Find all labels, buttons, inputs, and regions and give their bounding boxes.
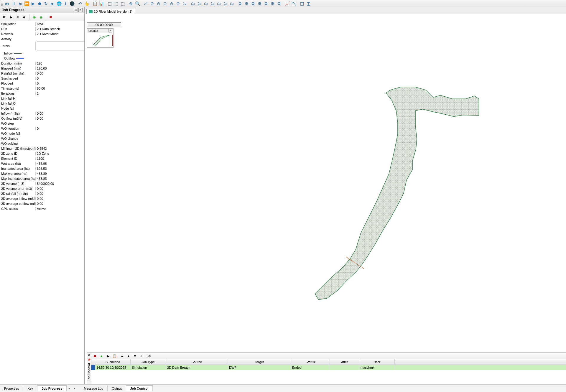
toolbar-button-13[interactable]: 📋 [92, 0, 98, 7]
panel-toolbar-button-4[interactable]: ◉ [31, 14, 37, 20]
jobctrl-tool-5[interactable]: ▲ [126, 353, 131, 359]
tab-message-log[interactable]: Message Log [80, 386, 108, 391]
jobctrl-tool-3[interactable]: 📋 [112, 353, 117, 359]
col-after[interactable]: After [330, 359, 359, 365]
prop-row: WQ step [0, 121, 84, 126]
panel-close-button[interactable]: ✕ [78, 8, 83, 12]
jobctrl-tool-2[interactable]: ▶ [105, 353, 111, 359]
toolbar-button-3[interactable]: ⏩ [23, 0, 30, 7]
col-jobtype[interactable]: Job Type [131, 359, 166, 365]
prop-row: Timestep (s)60.00 [0, 86, 84, 91]
toolbar-button-31[interactable]: 🗂 [215, 0, 222, 7]
tab-key[interactable]: Key [23, 386, 37, 391]
panel-maximize-button[interactable]: ▭ [74, 8, 78, 12]
network-icon [89, 10, 93, 13]
toolbar-button-35[interactable]: ⚙ [243, 0, 250, 7]
col-source[interactable]: Source [166, 359, 228, 365]
toolbar-button-27[interactable]: 🗂 [190, 0, 196, 7]
tab-scroll-left[interactable]: ◂ [67, 386, 72, 390]
prop-label: WQ step [0, 122, 35, 125]
toolbar-button-2[interactable]: ⏯ [17, 0, 23, 7]
prop-value: 1 [35, 92, 84, 95]
toolbar-button-16[interactable]: ⬚ [113, 0, 119, 7]
canvas[interactable]: 00 00:00:00 Locator ✕ [85, 14, 566, 384]
toolbar-button-1[interactable]: ⏸ [10, 0, 17, 7]
toolbar-button-37[interactable]: ⚙ [256, 0, 263, 7]
toolbar-button-43[interactable]: ◫ [299, 0, 305, 7]
panel-toolbar-button-0[interactable]: ✱ [1, 14, 7, 20]
toolbar-button-5[interactable]: ⏺ [36, 0, 43, 7]
toolbar-button-32[interactable]: 🗂 [222, 0, 228, 7]
col-target[interactable]: Target [228, 359, 291, 365]
tab-properties[interactable]: Properties [0, 386, 23, 391]
toolbar-button-42[interactable]: 📉 [290, 0, 297, 7]
panel-toolbar-button-1[interactable]: ▶ [8, 14, 14, 20]
job-control-pin-icon[interactable]: 📌 [87, 358, 91, 362]
panel-toolbar-button-3[interactable]: ⏭ [22, 14, 27, 20]
toolbar-button-12[interactable]: 👆 [83, 0, 90, 7]
toolbar-button-6[interactable]: ↻ [43, 0, 49, 7]
toolbar-button-4[interactable]: ▶ [30, 0, 36, 7]
toolbar-button-17[interactable]: ⬚ [119, 0, 126, 7]
toolbar-button-36[interactable]: ⚙ [250, 0, 256, 7]
prop-row: Run2D Dam Breach [0, 26, 84, 31]
toolbar-button-14[interactable]: 📊 [98, 0, 105, 7]
jobctrl-tool-6[interactable]: ▼ [132, 353, 138, 359]
jobctrl-tool-8[interactable]: 🗂 [147, 353, 152, 359]
job-control-grid[interactable]: Submitted Job Type Source Target Status … [91, 359, 566, 384]
tab-job-control[interactable]: Job Control [126, 385, 153, 391]
toolbar-button-0[interactable]: ⏮ [4, 0, 10, 7]
tab-job-progress[interactable]: Job Progress [37, 385, 67, 391]
toolbar-button-21[interactable]: ⊙ [149, 0, 155, 7]
toolbar-button-7[interactable]: ⏭ [49, 0, 56, 7]
toolbar-button-33[interactable]: 🗂 [228, 0, 235, 7]
toolbar-button-19[interactable]: 🔍 [134, 0, 141, 7]
toolbar-button-23[interactable]: ⊙ [162, 0, 168, 7]
jobctrl-tool-1[interactable]: ● [99, 353, 104, 359]
river-mesh-polygon[interactable] [315, 87, 479, 299]
tab-scroll-right[interactable]: ▸ [72, 386, 77, 390]
col-submitted[interactable]: Submitted [95, 359, 131, 365]
toolbar-button-15[interactable]: ⬚ [106, 0, 113, 7]
jobctrl-tool-7[interactable]: ⟂ [139, 353, 144, 359]
toolbar-button-24[interactable]: ⊙ [168, 0, 175, 7]
panel-toolbar-button-6[interactable]: ✖ [48, 14, 54, 20]
prop-label: Flooded [0, 82, 35, 85]
toolbar-button-34[interactable]: ⚙ [237, 0, 243, 7]
toolbar-button-29[interactable]: 🗂 [203, 0, 209, 7]
table-row[interactable]: 14:52:30 10/30/2023 Simulation 2D Dam Br… [91, 365, 566, 370]
toolbar-button-22[interactable]: ⊙ [155, 0, 162, 7]
toolbar-button-11[interactable]: ↶ [77, 0, 83, 7]
document-tab[interactable]: 2D River Model (version 1) [86, 9, 135, 14]
prop-value: 0.00 [35, 202, 84, 205]
toolbar-button-25[interactable]: ⊙ [175, 0, 181, 7]
job-control-close-button[interactable]: ✕ [88, 353, 90, 358]
panel-toolbar-button-5[interactable]: ◉ [38, 14, 44, 20]
panel-toolbar-button-2[interactable]: ⏸ [15, 14, 21, 20]
prop-label: 2D average inflow (m3/s) [0, 197, 35, 200]
toolbar-button-40[interactable]: ⚙ [276, 0, 282, 7]
prop-value: 0.6542 [35, 147, 84, 150]
toolbar-button-39[interactable]: ⚙ [269, 0, 276, 7]
toolbar-button-38[interactable]: ⚙ [263, 0, 269, 7]
col-status[interactable]: Status [291, 359, 330, 365]
toolbar-button-8[interactable]: 🌐 [56, 0, 62, 7]
toolbar-button-41[interactable]: 📈 [284, 0, 290, 7]
toolbar-button-9[interactable]: ℹ [62, 0, 69, 7]
col-user[interactable]: User [359, 359, 395, 365]
prop-label: 2D zone ID [0, 152, 35, 155]
toolbar-button-44[interactable]: ◫ [305, 0, 312, 7]
job-control-side: ✕ 📌 Job Control [87, 353, 91, 384]
toolbar-button-20[interactable]: ⤢ [142, 0, 149, 7]
toolbar-button-10[interactable]: 🌑 [69, 0, 75, 7]
tab-output[interactable]: Output [108, 386, 126, 391]
row-selector[interactable] [91, 365, 95, 370]
toolbar-button-26[interactable]: 🗂 [181, 0, 188, 7]
toolbar-button-30[interactable]: 🗂 [209, 0, 215, 7]
jobctrl-tool-0[interactable]: ✖ [92, 353, 98, 359]
toolbar-button-18[interactable]: ⊕ [128, 0, 134, 7]
toolbar-button-28[interactable]: 🗂 [196, 0, 203, 7]
prop-value: 2D Zone [35, 152, 84, 155]
prop-value: 60.00 [35, 87, 84, 90]
jobctrl-tool-4[interactable]: ▲ [119, 353, 125, 359]
